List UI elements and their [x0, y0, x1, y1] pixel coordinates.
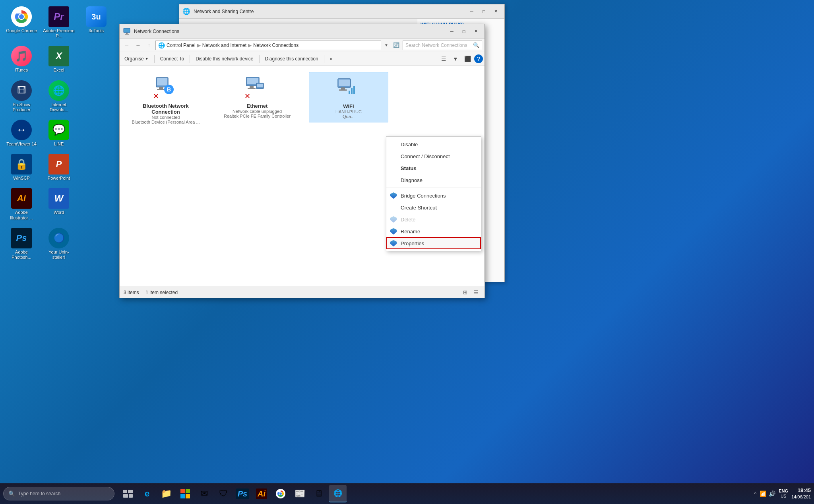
address-bar: ← → ↑ 🌐 Control Panel ▶ Network and Inte… — [120, 39, 485, 52]
svg-rect-5 — [125, 34, 129, 35]
tiles-view-btn[interactable]: ☰ — [472, 288, 481, 297]
toolbar-sep2 — [190, 55, 190, 63]
svg-point-2 — [19, 14, 24, 19]
desktop-icon-line-label: LINE — [54, 142, 64, 147]
ctx-create-shortcut[interactable]: Create Shortcut — [386, 202, 481, 213]
taskbar-network-app[interactable]: 🌐 — [329, 485, 347, 502]
network-close-btn[interactable]: ✕ — [470, 27, 481, 36]
taskbar-news[interactable]: 📰 — [291, 485, 308, 502]
ctx-delete-label: Delete — [401, 217, 416, 223]
taskbar-ps[interactable]: Ps — [234, 485, 251, 502]
view-dropdown-btn[interactable]: ▼ — [450, 54, 461, 64]
ctx-properties[interactable]: Properties — [386, 237, 481, 249]
network-minimize-btn[interactable]: ─ — [446, 27, 457, 36]
rename-shield-icon — [390, 227, 397, 235]
disable-device-btn[interactable]: Disable this network device — [192, 54, 256, 64]
sharing-maximize-btn[interactable]: □ — [478, 7, 489, 16]
taskbar-search-placeholder: Type here to search — [18, 491, 60, 496]
volume-tray-icon[interactable]: 🔊 — [769, 490, 775, 497]
breadcrumb-ni[interactable]: Network and Internet — [202, 43, 246, 48]
ctx-create-shortcut-label: Create Shortcut — [401, 205, 437, 211]
taskbar-chrome[interactable] — [272, 485, 289, 502]
ctx-diagnose[interactable]: Diagnose — [386, 174, 481, 186]
breadcrumb-cp[interactable]: Control Panel — [167, 43, 196, 48]
desktop-icon-powerpoint-label: PowerPoint — [48, 176, 70, 181]
search-icon: 🔍 — [8, 490, 15, 497]
svg-rect-19 — [339, 79, 350, 86]
taskbar-security[interactable]: 🛡 — [215, 485, 232, 502]
svg-rect-14 — [250, 86, 254, 88]
taskbar-search[interactable]: 🔍 Type here to search — [3, 487, 114, 500]
sharing-close-btn[interactable]: ✕ — [490, 7, 501, 16]
desktop-icon-premiere[interactable]: Pr Adobe Premiere P... — [41, 4, 76, 41]
connect-to-label: Connect To — [160, 56, 184, 62]
search-box[interactable]: Search Network Connections 🔍 — [403, 41, 482, 50]
desktop-icon-teamviewer[interactable]: ↔ TeamViewer 14 — [4, 117, 39, 149]
desktop-icon-word-label: Word — [54, 210, 64, 215]
system-clock[interactable]: 18:45 14/06/201 — [791, 487, 811, 500]
ethernet-name: Ethernet — [247, 103, 268, 109]
desktop-icon-illustrator[interactable]: Ai Adobe Illustrator ... — [4, 186, 39, 223]
desktop-icon-powerpoint[interactable]: P PowerPoint — [41, 151, 76, 183]
bluetooth-error-badge: ✕ — [153, 92, 159, 101]
address-dropdown-btn[interactable]: ▼ — [383, 41, 390, 50]
refresh-btn[interactable]: 🔄 — [391, 41, 401, 50]
ethernet-connection-item[interactable]: ✕ Ethernet Network cable unplugged Realt… — [217, 72, 297, 122]
ctx-status[interactable]: Status — [386, 162, 481, 174]
connect-to-btn[interactable]: Connect To — [157, 54, 188, 64]
network-tray-icon[interactable]: 📶 — [760, 490, 766, 497]
back-btn[interactable]: ← — [122, 41, 132, 50]
bluetooth-connection-item[interactable]: B ✕ Bluetooth Network Connection Not con… — [126, 72, 205, 128]
bluetooth-detail: Bluetooth Device (Personal Area ... — [132, 120, 200, 124]
up-btn[interactable]: ↑ — [144, 41, 154, 50]
svg-rect-25 — [123, 490, 127, 493]
desktop-icon-winscp[interactable]: 🔒 WinSCP — [4, 151, 39, 183]
preview-pane-btn[interactable]: ⬛ — [462, 54, 473, 64]
desktop-icon-excel[interactable]: X Excel — [41, 43, 76, 75]
taskbar-explorer[interactable]: 📁 — [157, 485, 175, 502]
desktop-icon-photoshop[interactable]: Ps Adobe Photosh... — [4, 225, 39, 262]
svg-rect-21 — [339, 89, 347, 91]
desktop-icon-proshow[interactable]: 🎞 ProShow Producer — [4, 78, 39, 115]
ctx-rename[interactable]: Rename — [386, 225, 481, 237]
address-path[interactable]: 🌐 Control Panel ▶ Network and Internet ▶… — [155, 41, 381, 50]
taskbar-ai[interactable]: Ai — [253, 485, 270, 502]
desktop-icon-word[interactable]: W Word — [41, 186, 76, 223]
desktop-icon-chrome[interactable]: Google Chrome — [4, 4, 39, 41]
desktop-icon-line[interactable]: 💬 LINE — [41, 117, 76, 149]
more-btn[interactable]: » — [327, 54, 336, 64]
ctx-delete[interactable]: Delete — [386, 213, 481, 225]
tray-expand-icon[interactable]: ^ — [754, 491, 757, 496]
desktop-icon-uninstaller-label: Your Unin-staller! — [43, 250, 75, 260]
ctx-connect-disconnect-label: Connect / Disconnect — [401, 153, 450, 159]
svg-rect-7 — [157, 78, 167, 85]
ctx-disable[interactable]: Disable — [386, 138, 481, 150]
taskbar-store[interactable] — [176, 485, 194, 502]
view-options-btn[interactable]: ☰ — [438, 54, 449, 64]
ctx-connect-disconnect[interactable]: Connect / Disconnect — [386, 150, 481, 162]
svg-rect-29 — [180, 489, 185, 493]
language-indicator[interactable]: ENG US — [779, 488, 788, 498]
desktop-icon-itunes[interactable]: 🎵 iTunes — [4, 43, 39, 75]
bluetooth-status: Not connected — [152, 115, 180, 120]
sharing-minimize-btn[interactable]: ─ — [466, 7, 477, 16]
ctx-sep1 — [386, 188, 481, 188]
organise-btn[interactable]: Organise ▼ — [121, 54, 152, 64]
details-view-btn[interactable]: ⊞ — [461, 288, 469, 297]
bluetooth-icon-area: B ✕ — [153, 75, 178, 101]
taskbar-media[interactable]: 🖥 — [310, 485, 328, 502]
desktop-icon-3utools[interactable]: 3u 3uTools — [79, 4, 114, 41]
wifi-connection-item[interactable]: WiFi HANH-PHUC Qua... — [309, 72, 388, 122]
diagnose-btn[interactable]: Diagnose this connection — [262, 54, 322, 64]
desktop-icon-idm[interactable]: 🌐 Internet Downlo... — [41, 78, 76, 115]
ctx-bridge[interactable]: Bridge Connections — [386, 190, 481, 202]
desktop-icon-uninstaller[interactable]: 🔵 Your Unin-staller! — [41, 225, 76, 262]
taskbar-mail[interactable]: ✉ — [196, 485, 213, 502]
network-maximize-btn[interactable]: □ — [458, 27, 469, 36]
forward-btn[interactable]: → — [133, 41, 143, 50]
taskbar-ie[interactable]: e — [138, 485, 156, 502]
ethernet-error-badge: ✕ — [244, 92, 250, 101]
taskbar-task-view[interactable] — [119, 485, 137, 502]
svg-rect-15 — [248, 88, 256, 89]
help-btn[interactable]: ? — [474, 54, 483, 63]
